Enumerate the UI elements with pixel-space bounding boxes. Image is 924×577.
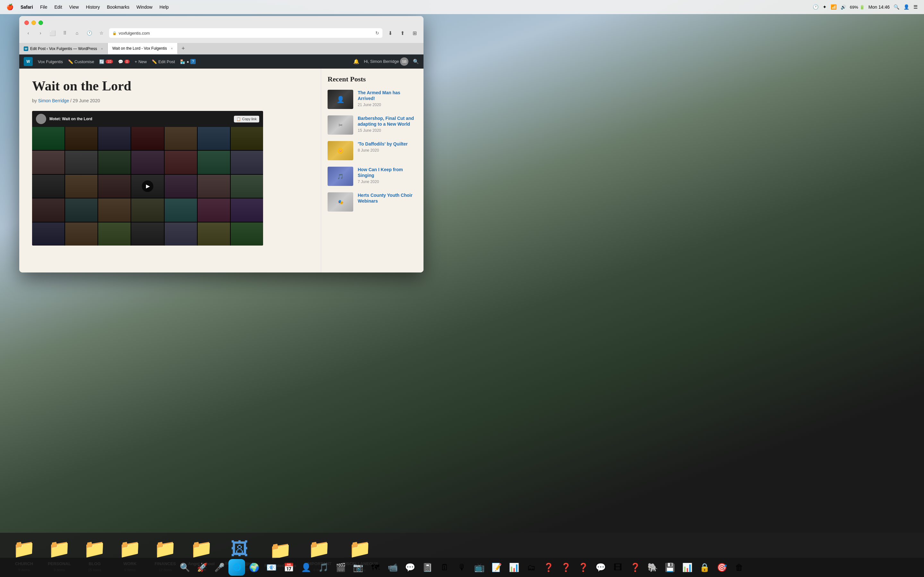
new-tab-button[interactable]: ⊞ bbox=[410, 29, 419, 37]
recent-post-1-title[interactable]: The Armed Man has Arrived! bbox=[358, 90, 417, 101]
dock-imovie[interactable]: 🎞 bbox=[610, 559, 626, 576]
recent-post-2-title[interactable]: Barbershop, Final Cut and adapting to a … bbox=[358, 115, 417, 127]
dock-chrome[interactable]: 🌍 bbox=[246, 559, 262, 576]
wp-edit-post-link[interactable]: ✏️ Edit Post bbox=[152, 59, 175, 64]
dock-trash[interactable]: 🗑 bbox=[731, 559, 748, 576]
tab-close-2[interactable]: × bbox=[171, 47, 173, 50]
recent-post-2[interactable]: ✂ Barbershop, Final Cut and adapting to … bbox=[328, 115, 417, 135]
dock-mail[interactable]: 📧 bbox=[263, 559, 280, 576]
recent-post-3[interactable]: 🌼 'To Daffodils' by Quilter 8 June 2020 bbox=[328, 141, 417, 160]
home-button[interactable]: ⌂ bbox=[73, 29, 81, 37]
dock-q1[interactable]: ❓ bbox=[540, 559, 557, 576]
wp-admin-bar-right: 🔔 Hi, Simon Berridge SB 🔍 bbox=[353, 57, 419, 66]
play-button-overlay[interactable]: ▶ bbox=[142, 181, 153, 192]
participant-cell-play[interactable]: ▶ bbox=[131, 175, 164, 198]
recent-post-5[interactable]: 🎭 Herts County Youth Choir Webinars bbox=[328, 192, 417, 211]
menu-help[interactable]: Help bbox=[160, 5, 169, 10]
dock-calendar[interactable]: 📅 bbox=[280, 559, 297, 576]
recent-post-4-title[interactable]: How Can I Keep from Singing bbox=[358, 167, 417, 178]
tab-wordpress[interactable]: W Edit Post ‹ Vox Fulgentis — WordPress … bbox=[19, 43, 108, 54]
wp-site-link[interactable]: Vox Fulgentis bbox=[38, 59, 63, 64]
menu-view[interactable]: View bbox=[69, 5, 79, 10]
wp-logo-button[interactable]: W bbox=[24, 57, 33, 66]
dock-fantastical[interactable]: 🗓 bbox=[436, 559, 453, 576]
dock-itunes[interactable]: 🎬 bbox=[333, 559, 349, 576]
download-button[interactable]: ⬇ bbox=[386, 29, 395, 37]
dock-finder-2[interactable]: 🗂 bbox=[523, 559, 540, 576]
dock-evernote[interactable]: 🐘 bbox=[644, 559, 661, 576]
apple-menu[interactable]: 🍎 bbox=[6, 3, 13, 11]
reload-button[interactable]: ↻ bbox=[375, 31, 379, 35]
volume-icon[interactable]: 🔊 bbox=[841, 5, 846, 10]
video-embed[interactable]: Motet: Wait on the Lord 📋 Copy link bbox=[32, 111, 263, 245]
wp-user-greeting[interactable]: Hi, Simon Berridge SB bbox=[364, 57, 409, 66]
menu-bookmarks[interactable]: Bookmarks bbox=[107, 5, 129, 10]
copy-link-label: Copy link bbox=[242, 117, 257, 121]
dock-messages[interactable]: 💬 bbox=[402, 559, 418, 576]
wp-question-icon[interactable]: ? bbox=[190, 59, 196, 64]
wp-new-link[interactable]: + New bbox=[135, 59, 147, 64]
tab-close-1[interactable]: × bbox=[101, 47, 103, 51]
menu-safari[interactable]: Safari bbox=[21, 5, 33, 10]
bookmark-button[interactable]: ☆ bbox=[97, 29, 106, 37]
spotlight-icon[interactable]: 🔍 bbox=[893, 4, 900, 10]
dock-finder[interactable]: 🔍 bbox=[176, 559, 193, 576]
recent-post-4[interactable]: 🎵 How Can I Keep from Singing 7 June 202… bbox=[328, 167, 417, 186]
tab-vox-fulgentis[interactable]: Wait on the Lord - Vox Fulgentis × bbox=[108, 43, 178, 54]
forward-button[interactable]: › bbox=[36, 29, 45, 37]
history-button[interactable]: 🕐 bbox=[85, 29, 94, 37]
dock-siri[interactable]: 🎤 bbox=[211, 559, 228, 576]
recent-post-4-thumb: 🎵 bbox=[328, 167, 353, 186]
menu-edit[interactable]: Edit bbox=[54, 5, 62, 10]
wp-customize-link[interactable]: ✏️ Customise bbox=[68, 59, 94, 64]
close-button[interactable] bbox=[24, 21, 29, 25]
menu-history[interactable]: History bbox=[86, 5, 100, 10]
dock-music[interactable]: 🎵 bbox=[315, 559, 332, 576]
wp-updates-link[interactable]: 🔄 10 bbox=[99, 59, 113, 64]
sidebar-toggle-button[interactable]: ⬜ bbox=[48, 29, 57, 37]
dock-day-one[interactable]: 📓 bbox=[419, 559, 436, 576]
fullscreen-button[interactable] bbox=[39, 21, 43, 25]
user-icon[interactable]: 👤 bbox=[903, 4, 909, 10]
dock-q3[interactable]: ❓ bbox=[575, 559, 591, 576]
dock-q4[interactable]: ❓ bbox=[627, 559, 644, 576]
history-icon[interactable]: 🕐 bbox=[813, 4, 819, 10]
grid-button[interactable]: ⠿ bbox=[60, 29, 69, 37]
dock-launchpad[interactable]: 🚀 bbox=[194, 559, 210, 576]
recent-post-3-title[interactable]: 'To Daffodils' by Quilter bbox=[358, 141, 417, 147]
dock-maps[interactable]: 🗺 bbox=[367, 559, 384, 576]
dock-whatsapp[interactable]: 💬 bbox=[592, 559, 609, 576]
wp-search-button[interactable]: 🔍 bbox=[413, 59, 419, 64]
dock-q5[interactable]: 💾 bbox=[662, 559, 678, 576]
dock-word[interactable]: 📝 bbox=[488, 559, 505, 576]
minimize-button[interactable] bbox=[31, 21, 36, 25]
wp-notifications-button[interactable]: 🔔 bbox=[353, 59, 359, 64]
post-author-name[interactable]: Simon Berridge bbox=[38, 98, 69, 103]
dock-q2[interactable]: ❓ bbox=[557, 559, 574, 576]
wp-comments-link[interactable]: 💬 0 bbox=[118, 59, 129, 64]
dock-facetime[interactable]: 📹 bbox=[384, 559, 401, 576]
menu-file[interactable]: File bbox=[40, 5, 47, 10]
dock-photos[interactable]: 📷 bbox=[350, 559, 367, 576]
back-button[interactable]: ‹ bbox=[24, 29, 33, 37]
dock-numbers[interactable]: 📊 bbox=[679, 559, 696, 576]
participant-cell bbox=[165, 127, 197, 150]
dock-podcast[interactable]: 🎙 bbox=[454, 559, 470, 576]
recent-post-5-title[interactable]: Herts County Youth Choir Webinars bbox=[358, 192, 417, 204]
dock-safari[interactable]: 🌐 bbox=[228, 559, 245, 576]
add-tab-button[interactable]: + bbox=[178, 45, 189, 52]
recent-post-3-date: 8 June 2020 bbox=[358, 148, 417, 153]
recent-post-1[interactable]: 👤 The Armed Man has Arrived! 21 June 202… bbox=[328, 90, 417, 109]
dock-apple-tv[interactable]: 📺 bbox=[471, 559, 488, 576]
dock-excel[interactable]: 📊 bbox=[506, 559, 522, 576]
share-button[interactable]: ⬆ bbox=[398, 29, 407, 37]
address-bar[interactable]: 🔒 voxfulgentis.com ↻ bbox=[109, 28, 383, 38]
menu-window[interactable]: Window bbox=[136, 5, 152, 10]
dock-contacts[interactable]: 👤 bbox=[298, 559, 314, 576]
copy-link-button[interactable]: 📋 Copy link bbox=[234, 116, 259, 122]
dock-q6[interactable]: 🔒 bbox=[696, 559, 713, 576]
wp-comments-icon: 💬 bbox=[118, 59, 123, 64]
wp-toggle-icons[interactable]: 🏪 ● ? bbox=[180, 59, 196, 64]
dock-q7[interactable]: 🎯 bbox=[714, 559, 730, 576]
control-center-icon[interactable]: ☰ bbox=[913, 4, 918, 10]
